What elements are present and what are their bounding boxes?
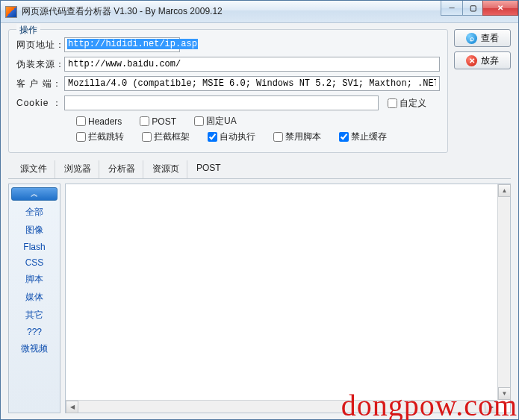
- titlebar[interactable]: 网页源代码查看分析器 V1.30 - By Marcos 2009.12 ─ ▢…: [1, 1, 518, 23]
- block-frame-checkbox[interactable]: 拦截框架: [142, 131, 190, 143]
- content-area: ︽ 全部 图像 Flash CSS 脚本 媒体 其它 ??? 微视频 ▲ ▼ ◀…: [8, 184, 511, 413]
- sidebar-item-other[interactable]: 其它: [11, 307, 58, 324]
- window-title: 网页源代码查看分析器 V1.30 - By Marcos 2009.12: [22, 5, 223, 18]
- block-redirect-checkbox[interactable]: 拦截跳转: [76, 131, 124, 143]
- minimize-icon: ─: [449, 4, 454, 12]
- no-cache-checkbox[interactable]: 禁止缓存: [339, 131, 387, 143]
- app-icon: [5, 6, 17, 18]
- referer-row: 伪装来源：: [16, 57, 440, 72]
- search-icon: ⌕: [466, 33, 477, 44]
- sidebar-collapse-button[interactable]: ︽: [11, 187, 58, 201]
- action-buttons: ⌕ 查看 ✕ 放弃: [454, 29, 511, 153]
- cookie-row: Cookie ： 自定义: [16, 95, 440, 110]
- tab-browser[interactable]: 浏览器: [57, 160, 99, 178]
- tab-bar: 源文件 浏览器 分析器 资源页 POST: [8, 157, 511, 179]
- scroll-down-button[interactable]: ▼: [498, 387, 511, 400]
- url-input-wrap: http://hididi.net/ip.asp: [64, 37, 440, 52]
- resource-sidebar: ︽ 全部 图像 Flash CSS 脚本 媒体 其它 ??? 微视频: [8, 184, 60, 413]
- maximize-icon: ▢: [470, 4, 476, 12]
- ua-row: 客 户 端：: [16, 76, 440, 91]
- horizontal-scrollbar[interactable]: ◀ ▶: [66, 400, 497, 413]
- disable-script-checkbox[interactable]: 禁用脚本: [273, 131, 321, 143]
- tab-source[interactable]: 源文件: [13, 160, 55, 178]
- sidebar-item-script[interactable]: 脚本: [11, 271, 58, 288]
- url-row: 网页地址： http://hididi.net/ip.asp: [16, 37, 440, 52]
- sidebar-item-image[interactable]: 图像: [11, 222, 58, 239]
- scroll-up-button[interactable]: ▲: [498, 184, 511, 197]
- sidebar-item-unknown[interactable]: ???: [11, 325, 58, 339]
- cookie-input[interactable]: [64, 95, 379, 110]
- post-checkbox[interactable]: POST: [140, 116, 176, 127]
- scroll-left-button[interactable]: ◀: [66, 401, 78, 413]
- scroll-right-button[interactable]: ▶: [485, 401, 497, 413]
- client-area: 操作 网页地址： http://hididi.net/ip.asp 伪装来源： …: [1, 23, 518, 419]
- vertical-scrollbar[interactable]: ▲ ▼: [497, 184, 510, 400]
- referer-input[interactable]: [64, 57, 440, 72]
- abort-icon: ✕: [466, 55, 477, 66]
- custom-checkbox[interactable]: 自定义: [388, 97, 426, 110]
- headers-checkbox[interactable]: Headers: [76, 116, 122, 127]
- sidebar-item-all[interactable]: 全部: [11, 204, 58, 221]
- operation-group: 操作 网页地址： http://hididi.net/ip.asp 伪装来源： …: [8, 29, 448, 153]
- sidebar-item-css[interactable]: CSS: [11, 255, 58, 270]
- sidebar-item-microvideo[interactable]: 微视频: [11, 340, 58, 357]
- ua-input[interactable]: [64, 76, 440, 91]
- app-window: 网页源代码查看分析器 V1.30 - By Marcos 2009.12 ─ ▢…: [0, 0, 519, 420]
- tab-analyzer[interactable]: 分析器: [101, 160, 143, 178]
- close-button[interactable]: ✕: [482, 1, 518, 16]
- fixed-ua-checkbox[interactable]: 固定UA: [194, 115, 237, 128]
- url-label: 网页地址：: [16, 39, 60, 51]
- check-row-2: 拦截跳转 拦截框架 自动执行 禁用脚本 禁止缓存: [16, 131, 440, 143]
- check-row-1: Headers POST 固定UA: [16, 115, 440, 128]
- view-button[interactable]: ⌕ 查看: [454, 29, 511, 47]
- sidebar-item-media[interactable]: 媒体: [11, 289, 58, 306]
- window-controls: ─ ▢ ✕: [441, 1, 518, 16]
- auto-exec-checkbox[interactable]: 自动执行: [208, 131, 255, 143]
- minimize-button[interactable]: ─: [441, 1, 463, 16]
- abort-button-label: 放弃: [481, 54, 499, 67]
- group-legend: 操作: [16, 24, 40, 37]
- custom-checkbox-label: 自定义: [400, 97, 426, 110]
- sidebar-item-flash[interactable]: Flash: [11, 239, 58, 254]
- url-selection: http://hididi.net/ip.asp: [67, 39, 198, 49]
- custom-checkbox-input[interactable]: [388, 98, 397, 108]
- cookie-label: Cookie ：: [16, 97, 60, 110]
- tab-post[interactable]: POST: [189, 160, 229, 178]
- abort-button[interactable]: ✕ 放弃: [454, 51, 511, 69]
- main-view: ▲ ▼ ◀ ▶: [65, 184, 511, 413]
- ua-label: 客 户 端：: [16, 78, 60, 90]
- close-icon: ✕: [497, 4, 503, 12]
- tab-resources[interactable]: 资源页: [145, 160, 187, 178]
- maximize-button[interactable]: ▢: [462, 1, 483, 16]
- view-button-label: 查看: [481, 32, 499, 45]
- referer-label: 伪装来源：: [16, 58, 60, 71]
- top-section: 操作 网页地址： http://hididi.net/ip.asp 伪装来源： …: [8, 29, 511, 153]
